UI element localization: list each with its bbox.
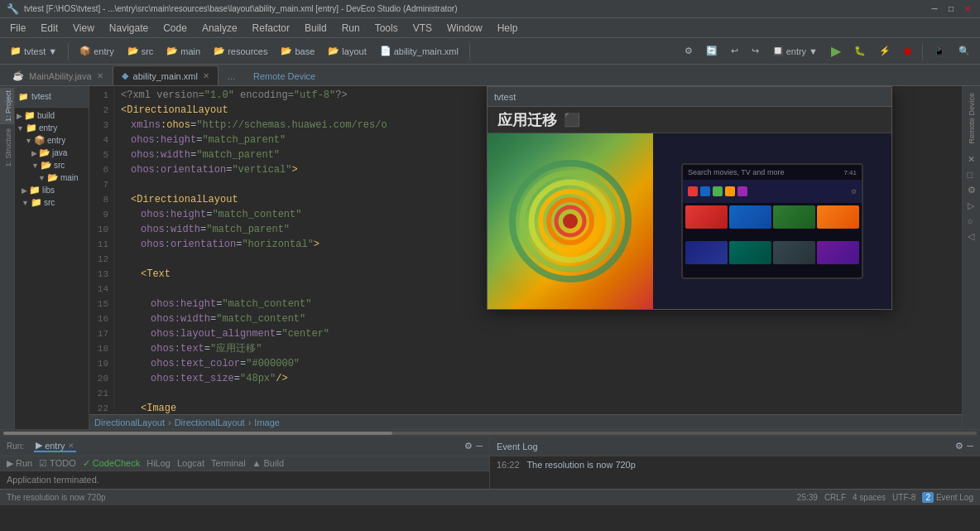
run-panel-controls: ⚙ ─ [464, 441, 483, 451]
redo-btn[interactable]: ↪ [747, 42, 764, 60]
menu-run[interactable]: Run [335, 21, 367, 36]
triangle-icon[interactable]: ▷ [968, 200, 976, 211]
run-subtab-codecheck[interactable]: ✓ CodeCheck [83, 458, 141, 469]
menu-help[interactable]: Help [491, 21, 525, 36]
undo-btn[interactable]: ↩ [726, 42, 743, 60]
code-line-22: <Image [121, 401, 955, 414]
maximize-button[interactable]: □ [945, 3, 957, 15]
menu-build[interactable]: Build [298, 21, 334, 36]
breadcrumb-3[interactable]: Image [254, 418, 280, 427]
run-button[interactable]: ▶ [826, 42, 846, 60]
menu-navigate[interactable]: Navigate [103, 21, 155, 36]
src-btn[interactable]: 📂 src [122, 42, 159, 60]
settings-btn[interactable]: ⚙ [680, 42, 698, 60]
event-log-settings-icon[interactable]: ⚙ [955, 441, 963, 451]
run-subtab-logcat[interactable]: Logcat [177, 458, 204, 469]
back-icon[interactable]: ◁ [968, 231, 976, 242]
close-tab-mainability[interactable]: ✕ [97, 71, 103, 80]
tab-remote-device[interactable]: Remote Device [244, 65, 324, 85]
project-dropdown-btn[interactable]: 📁 tvtest ▼ [5, 42, 62, 60]
tree-arrow-build: ▶ [17, 112, 22, 120]
toolbar-sep-3 [922, 43, 923, 60]
tree-java[interactable]: ▶ 📂 java [15, 147, 89, 159]
structure-panel-btn[interactable]: 1: Structure [0, 126, 14, 170]
project-panel-btn[interactable]: 1: Project [0, 88, 14, 124]
search-btn[interactable]: 🔍 [954, 42, 975, 60]
run-minimize-icon[interactable]: ─ [476, 441, 483, 451]
main-btn[interactable]: 📂 main [161, 42, 205, 60]
title-bar: 🔧 tvtest [F:\HOS\tvtest] - ...\entry\src… [0, 0, 980, 18]
tv-device-top: Search movies, TV and more 7:41 [683, 165, 862, 180]
tree-arrow-java: ▶ [31, 149, 37, 157]
module-dropdown-btn[interactable]: 📦 entry [74, 42, 118, 60]
remote-popup-content: Search movies, TV and more 7:41 [488, 133, 891, 309]
remote-device-label[interactable]: Remote Device [966, 89, 978, 147]
menu-tools[interactable]: Tools [368, 21, 405, 36]
menu-vts[interactable]: VTS [406, 21, 439, 36]
tv-content-grid [683, 203, 862, 278]
run-subtab-todo[interactable]: ☑ TODO [39, 458, 75, 469]
event-log-minimize-icon[interactable]: ─ [967, 441, 973, 451]
tree-src[interactable]: ▼ 📂 src [15, 159, 89, 171]
tree-build[interactable]: ▶ 📁 build [15, 109, 89, 122]
circle-icon[interactable]: ○ [968, 216, 976, 226]
tree-arrow-src-root: ▼ [22, 199, 29, 207]
run-subtab-terminal[interactable]: Terminal [211, 458, 246, 469]
breadcrumb-2[interactable]: DirectionalLayout [175, 418, 245, 427]
run-subtab-hilog[interactable]: HiLog [147, 458, 171, 469]
menu-edit[interactable]: Edit [34, 21, 65, 36]
close-tab-xml[interactable]: ✕ [203, 71, 209, 80]
tree-libs[interactable]: ▶ 📁 libs [15, 184, 89, 196]
profile-btn[interactable]: ⚡ [874, 42, 896, 60]
file-btn[interactable]: 📄 ability_main.xml [375, 42, 464, 60]
menu-view[interactable]: View [66, 21, 101, 36]
run-content-text: Application terminated. [7, 475, 99, 485]
base-btn[interactable]: 📂 base [276, 42, 319, 60]
svg-point-2 [531, 182, 609, 260]
run-config-btn[interactable]: 🔲 entry ▼ [767, 42, 823, 60]
tree-entry-root[interactable]: ▼ 📁 entry [15, 122, 89, 134]
dropdown-icon: ▼ [48, 46, 57, 56]
svg-point-3 [540, 191, 600, 251]
tab-more[interactable]: ... [219, 65, 244, 85]
close-button[interactable]: ✕ [962, 3, 973, 15]
tab-mainability[interactable]: ☕ MainAbility.java ✕ [3, 65, 113, 85]
scroll-track[interactable] [3, 432, 977, 435]
run-subtab-build[interactable]: ▲ Build [252, 458, 284, 469]
run-tab[interactable]: ▶ entry ✕ [34, 440, 75, 452]
event-log-badge-container[interactable]: 2 Event Log [922, 492, 973, 503]
scroll-thumb[interactable] [3, 432, 392, 435]
menu-refactor[interactable]: Refactor [246, 21, 296, 36]
tab-bar: ☕ MainAbility.java ✕ ◆ ability_main.xml … [0, 65, 980, 86]
minimize-button[interactable]: ─ [929, 3, 940, 15]
tree-src-root[interactable]: ▼ 📁 src [15, 196, 89, 209]
menu-analyze[interactable]: Analyze [195, 21, 244, 36]
menu-window[interactable]: Window [440, 21, 489, 36]
horizontal-scrollbar[interactable] [0, 429, 980, 436]
tree-entry-sub[interactable]: ▼ 📦 entry [15, 134, 89, 147]
run-settings-icon[interactable]: ⚙ [464, 441, 473, 451]
breadcrumb-1[interactable]: DirectionalLayout [94, 418, 165, 427]
sync-btn[interactable]: 🔄 [701, 42, 723, 60]
menu-file[interactable]: File [3, 21, 32, 36]
stop-btn[interactable]: ◼ [899, 42, 916, 60]
run-subtab-run[interactable]: ▶ Run [7, 458, 32, 469]
left-vert-sidebar: 1: Project 1: Structure [0, 86, 15, 429]
layout-btn[interactable]: 📂 layout [323, 42, 371, 60]
resources-btn[interactable]: 📂 resources [209, 42, 272, 60]
maximize-sidebar-icon[interactable]: □ [968, 170, 976, 180]
tab-ability-main-xml[interactable]: ◆ ability_main.xml ✕ [113, 65, 219, 85]
settings-sidebar-icon[interactable]: ⚙ [968, 185, 976, 196]
right-sidebar: Remote Device ✕ □ ⚙ ▷ ○ ◁ [962, 86, 980, 429]
debug-btn[interactable]: 🐛 [849, 42, 871, 60]
close-sidebar-icon[interactable]: ✕ [968, 154, 976, 165]
tree-main[interactable]: ▼ 📂 main [15, 171, 89, 184]
run-close-icon[interactable]: ✕ [68, 442, 74, 450]
device-manager-btn[interactable]: 📱 [929, 42, 950, 60]
remote-device-popup: tvtest 应用迁移 ⬛ [487, 86, 892, 310]
app-icon: 🔧 [7, 3, 19, 15]
toolbar-sep-2 [469, 43, 470, 60]
toolbar-sep-1 [68, 43, 69, 60]
line-numbers: 12345 678910 1112131415 1617181920 21222… [89, 86, 114, 414]
menu-code[interactable]: Code [156, 21, 194, 36]
